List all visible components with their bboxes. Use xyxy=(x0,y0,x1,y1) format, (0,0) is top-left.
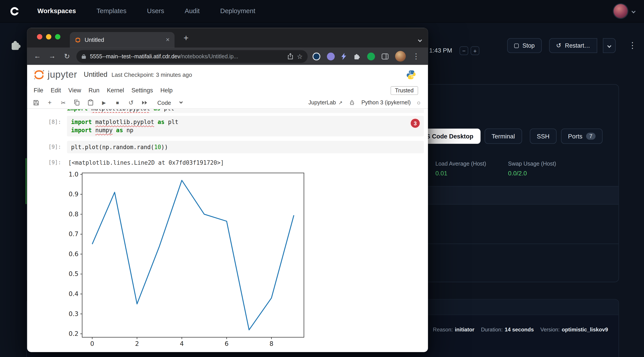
stop-icon xyxy=(514,44,519,48)
svg-text:6: 6 xyxy=(225,340,229,348)
svg-text:0: 0 xyxy=(90,340,94,348)
collaborators-badge: 3 xyxy=(411,119,420,128)
debugger-bug-icon[interactable] xyxy=(349,99,356,106)
menu-run[interactable]: Run xyxy=(88,87,100,94)
window-minimize-button[interactable] xyxy=(46,34,52,40)
nav-item-deployment[interactable]: Deployment xyxy=(220,7,256,15)
workspace-status-accent xyxy=(25,158,27,204)
svg-text:2: 2 xyxy=(135,340,139,348)
extensions-area: ⋮ xyxy=(313,51,420,62)
nav-item-workspaces[interactable]: Workspaces xyxy=(38,7,76,15)
nav-item-users[interactable]: Users xyxy=(147,7,164,15)
nav-item-audit[interactable]: Audit xyxy=(185,7,200,15)
cut-cells-icon[interactable]: ✂ xyxy=(60,99,66,106)
svg-text:0.3: 0.3 xyxy=(69,310,78,318)
copy-cells-icon[interactable] xyxy=(74,99,80,106)
jupyter-toolbar-right: JupyterLab ↗ Python 3 (ipykernel) ○ xyxy=(308,99,422,106)
menu-edit[interactable]: Edit xyxy=(51,87,61,94)
menu-kernel[interactable]: Kernel xyxy=(107,87,124,94)
user-menu-chevron-icon[interactable] xyxy=(632,9,636,13)
puzzle-icon xyxy=(10,38,22,51)
build-duration: Duration: 14 seconds xyxy=(481,326,534,333)
ssh-button[interactable]: SSH xyxy=(530,129,556,144)
workspace-menu-button[interactable]: ⋮ xyxy=(628,41,637,50)
primary-nav: Workspaces Templates Users Audit Deploym… xyxy=(38,7,255,15)
bookmark-star-icon[interactable]: ☆ xyxy=(297,52,303,60)
svg-text:0.6: 0.6 xyxy=(69,250,78,258)
output-cell-9: [9]: [<matplotlib.lines.Line2D at 0x7fd0… xyxy=(27,158,428,167)
svg-text:0.4: 0.4 xyxy=(69,290,78,298)
ports-button[interactable]: Ports 7 xyxy=(561,129,602,144)
svg-text:0.7: 0.7 xyxy=(69,230,78,238)
save-icon[interactable] xyxy=(33,99,40,106)
deadline-minus-button[interactable]: − xyxy=(460,46,468,55)
svg-text:0.8: 0.8 xyxy=(69,210,78,218)
svg-text:0.5: 0.5 xyxy=(69,270,78,278)
restart-options-button[interactable] xyxy=(603,38,616,53)
stop-workspace-button[interactable]: Stop xyxy=(507,38,542,53)
matplotlib-output-figure: 0.20.30.40.50.60.70.80.91.002468 xyxy=(66,170,313,351)
menu-help[interactable]: Help xyxy=(160,87,173,94)
open-in-jupyterlab-link[interactable]: JupyterLab ↗ xyxy=(308,100,342,106)
tab-close-icon[interactable]: × xyxy=(166,36,170,43)
code-cell-editor[interactable]: plt.plot(np.random.rand(10)) xyxy=(67,141,424,153)
side-panel-icon[interactable] xyxy=(382,53,388,60)
forward-button[interactable]: → xyxy=(46,50,58,62)
cell-type-dropdown[interactable]: Code xyxy=(157,99,182,106)
deadline-plus-button[interactable]: + xyxy=(471,46,479,55)
code-cell-editor[interactable]: import matplotlib.pyplot as plt import n… xyxy=(67,116,424,136)
restart-kernel-icon[interactable]: ↺ xyxy=(128,99,134,106)
address-bar[interactable]: 5555--main--test--matifali.atif.cdr.dev/… xyxy=(76,50,308,62)
extensions-puzzle-icon[interactable] xyxy=(353,52,360,60)
add-cell-icon[interactable]: + xyxy=(46,99,53,106)
jupyter-toolbar: + ✂ ▶ ■ ↺ xyxy=(27,96,428,109)
kernel-name[interactable]: Python 3 (ipykernel) xyxy=(362,100,411,106)
adblock-extension-icon[interactable] xyxy=(367,52,375,60)
url-text: 5555--main--test--matifali.atif.cdr.dev/… xyxy=(90,53,284,60)
svg-text:8: 8 xyxy=(270,340,274,348)
trusted-button[interactable]: Trusted xyxy=(390,86,418,95)
terminal-button[interactable]: Terminal xyxy=(485,129,522,144)
menu-file[interactable]: File xyxy=(34,87,43,94)
paste-cells-icon[interactable] xyxy=(87,99,94,106)
menu-settings[interactable]: Settings xyxy=(132,87,153,94)
ports-count-badge: 7 xyxy=(586,133,596,140)
window-close-button[interactable] xyxy=(37,34,42,40)
browser-tab-active[interactable]: Untitled × xyxy=(70,32,175,48)
lightning-extension-icon[interactable] xyxy=(341,53,347,60)
coder-logo[interactable] xyxy=(9,6,20,17)
stat-load-average: Load Average (Host) 0.01 xyxy=(435,161,486,177)
window-zoom-button[interactable] xyxy=(55,34,60,40)
extension-icon[interactable] xyxy=(327,52,335,60)
restart-workspace-button[interactable]: ↺ Restart… xyxy=(549,38,597,53)
chrome-menu-icon[interactable]: ⋮ xyxy=(412,52,420,60)
new-tab-button[interactable]: + xyxy=(181,32,192,43)
lock-icon xyxy=(81,54,86,59)
run-cell-icon[interactable]: ▶ xyxy=(100,99,107,106)
password-manager-extension-icon[interactable] xyxy=(313,52,320,60)
reload-button[interactable]: ↻ xyxy=(61,50,73,62)
notebook-title[interactable]: Untitled xyxy=(84,70,107,79)
interrupt-kernel-icon[interactable]: ■ xyxy=(114,99,121,106)
back-button[interactable]: ← xyxy=(31,50,44,62)
notebook-cells: import matplotlib.pyplot as plt [8]: imp… xyxy=(27,109,428,352)
menu-view[interactable]: View xyxy=(68,87,81,94)
output-prompt: [9]: xyxy=(27,158,67,167)
output-repr-text: [<matplotlib.lines.Line2D at 0x7fd03f191… xyxy=(68,158,224,167)
tab-list-chevron-icon[interactable] xyxy=(418,36,422,43)
nav-item-templates[interactable]: Templates xyxy=(96,7,126,15)
input-prompt: [9]: xyxy=(27,141,67,153)
user-avatar[interactable] xyxy=(614,4,628,18)
restart-run-all-icon[interactable] xyxy=(141,99,148,106)
tab-title: Untitled xyxy=(84,36,162,43)
build-summary-row: Reason: initiator Duration: 14 seconds V… xyxy=(433,326,608,333)
clipped-cell-above: import matplotlib.pyplot as plt xyxy=(67,109,424,113)
screen: Workspaces Templates Users Audit Deploym… xyxy=(0,0,644,357)
svg-text:1.0: 1.0 xyxy=(69,171,78,178)
chevron-down-icon xyxy=(607,44,611,48)
jupyter-menubar: File Edit View Run Kernel Settings Help … xyxy=(27,84,428,96)
navbar-right xyxy=(614,4,635,18)
chrome-profile-avatar[interactable] xyxy=(395,51,406,62)
share-icon[interactable] xyxy=(287,53,293,60)
chevron-down-icon xyxy=(180,100,183,104)
